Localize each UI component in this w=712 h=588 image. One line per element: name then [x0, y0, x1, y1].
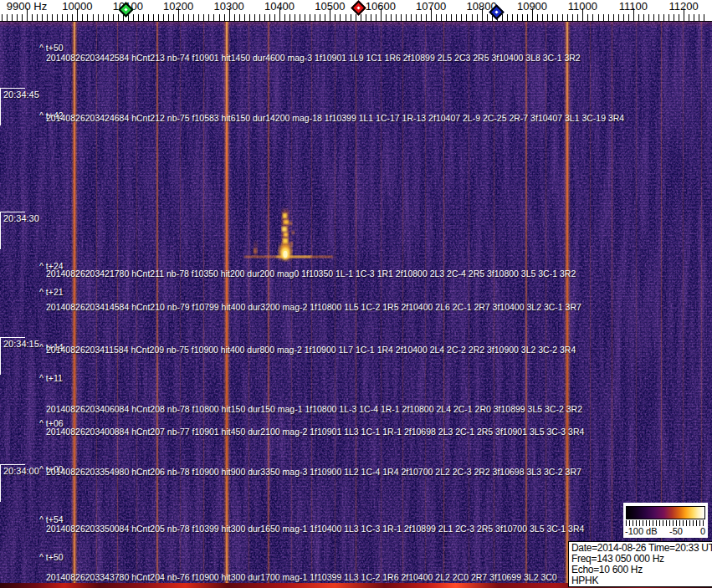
freq-label: 10600 — [366, 0, 396, 13]
db-scale-tick — [639, 520, 640, 526]
db-scale-tick — [693, 520, 694, 526]
freq-label: 11200 — [669, 0, 699, 13]
interference-line — [96, 21, 97, 588]
freq-tick — [37, 14, 38, 21]
freq-tick — [446, 14, 447, 21]
freq-tick — [406, 14, 407, 21]
freq-tick — [552, 14, 553, 21]
freq-tick — [193, 14, 194, 21]
freq-tick — [219, 14, 220, 21]
freq-tick — [103, 14, 104, 21]
freq-tick — [295, 14, 295, 21]
freq-tick — [572, 14, 573, 21]
freq-tick — [274, 14, 275, 21]
freq-tick — [608, 14, 609, 21]
interference-line — [117, 21, 118, 588]
freq-tick — [603, 14, 604, 21]
interference-line — [590, 21, 591, 588]
freq-tick — [699, 14, 699, 21]
freq-tick — [52, 14, 53, 21]
freq-tick — [547, 14, 548, 21]
db-scale-tick — [629, 520, 630, 526]
freq-tick — [82, 14, 83, 21]
freq-tick — [234, 14, 235, 21]
freq-tick — [623, 14, 624, 21]
db-scale-tick — [673, 520, 674, 526]
freq-tick — [466, 14, 467, 21]
interference-line — [525, 21, 527, 588]
interference-line — [469, 21, 469, 588]
freq-label: 10500 — [315, 0, 345, 13]
freq-tick — [32, 14, 33, 21]
freq-tick — [567, 14, 568, 21]
interference-line — [612, 21, 612, 588]
freq-tick — [62, 14, 63, 21]
freq-tick — [67, 14, 68, 21]
freq-tick — [93, 14, 94, 21]
freq-tick — [163, 14, 164, 21]
freq-tick — [648, 14, 649, 21]
db-scale-tick — [669, 520, 670, 526]
freq-tick — [461, 14, 462, 21]
interference-line — [203, 21, 204, 588]
db-scale-tick — [626, 520, 627, 526]
freq-tick — [663, 14, 664, 21]
freq-tick — [679, 14, 679, 21]
freq-tick — [259, 14, 260, 21]
interference-line — [546, 21, 546, 588]
freq-tick — [456, 14, 457, 21]
freq-tick — [305, 14, 305, 21]
freq-tick — [72, 14, 73, 21]
interference-line — [136, 21, 137, 588]
freq-tick — [411, 14, 412, 21]
interference-line — [443, 21, 444, 588]
freq-tick — [239, 14, 240, 21]
freq-tick — [118, 14, 119, 21]
freq-tick — [208, 14, 209, 21]
freq-tick — [133, 14, 134, 21]
freq-tick — [396, 14, 397, 21]
freq-tick — [694, 14, 694, 21]
freq-tick — [12, 14, 13, 21]
db-scale-tick — [699, 520, 700, 526]
marker-center-dot — [494, 10, 498, 13]
freq-tick — [57, 14, 58, 21]
interference-line — [156, 21, 158, 588]
freq-tick — [113, 14, 114, 21]
freq-label: 10900 — [517, 0, 547, 13]
red-diamond-marker[interactable] — [351, 0, 366, 15]
freq-tick — [477, 14, 478, 21]
interference-line — [180, 21, 181, 588]
freq-tick — [542, 14, 543, 21]
freq-tick — [376, 14, 376, 21]
marker-center-dot — [356, 6, 360, 9]
freq-tick — [391, 14, 392, 21]
freq-tick — [507, 14, 508, 21]
db-scale-tick — [703, 520, 704, 526]
db-scale-tick — [679, 520, 680, 526]
freq-tick — [598, 14, 599, 21]
freq-tick — [224, 14, 225, 21]
freq-tick — [98, 14, 99, 21]
freq-tick — [643, 14, 644, 21]
freq-tick — [168, 14, 169, 21]
freq-tick — [386, 14, 387, 21]
freq-label: 11100 — [619, 0, 648, 13]
freq-tick — [674, 14, 674, 21]
freq-tick — [310, 14, 310, 21]
freq-tick — [213, 14, 214, 21]
freq-tick — [613, 14, 614, 21]
freq-tick — [618, 14, 619, 21]
db-scale-tick — [643, 520, 643, 526]
freq-tick — [441, 14, 442, 21]
interference-line — [226, 21, 228, 588]
freq-tick — [320, 14, 320, 21]
spectrogram — [0, 21, 712, 588]
freq-tick — [557, 14, 558, 21]
db-scale-tick — [696, 520, 697, 526]
freq-tick — [416, 14, 417, 21]
freq-tick — [153, 14, 154, 21]
freq-tick — [487, 14, 488, 21]
marker-center-dot — [124, 8, 127, 11]
freq-tick — [87, 14, 88, 21]
